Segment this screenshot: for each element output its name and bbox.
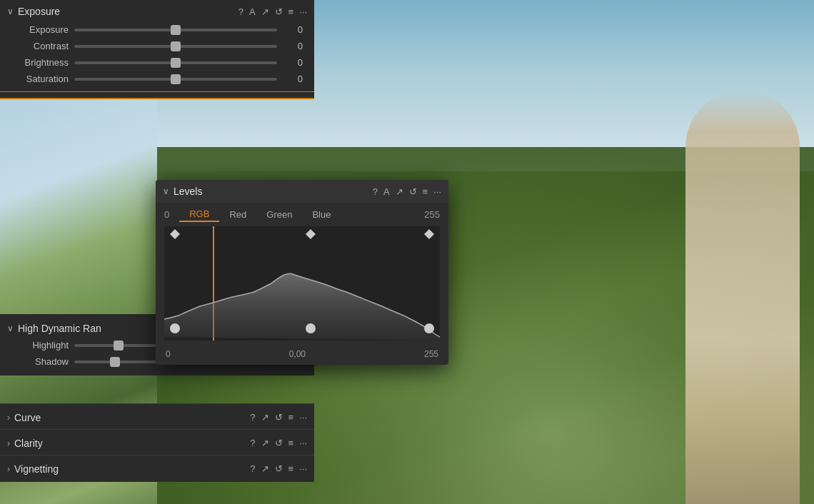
brightness-thumb[interactable] — [171, 58, 181, 68]
person-silhouette — [685, 90, 800, 504]
exposure-divider — [0, 91, 314, 92]
exposure-value: 0 — [283, 24, 303, 35]
levels-tab-red[interactable]: Red — [219, 208, 256, 221]
levels-header: ∨ Levels ? A ↗ ↺ ≡ ··· — [156, 180, 448, 203]
exposure-more-icon[interactable]: ··· — [299, 6, 307, 17]
hdr-chevron-icon[interactable]: ∨ — [7, 323, 14, 333]
levels-top-left-handle[interactable] — [170, 229, 180, 243]
saturation-value: 0 — [283, 74, 303, 84]
levels-more-icon[interactable]: ··· — [433, 186, 441, 197]
saturation-thumb[interactable] — [171, 74, 181, 84]
exposure-panel-header: ∨ Exposure ? A ↗ ↺ ≡ ··· — [0, 0, 314, 21]
levels-max-value: 255 — [424, 209, 440, 220]
levels-values-row: 0 0,00 255 — [156, 346, 448, 365]
curve-title: Curve — [14, 412, 246, 423]
levels-chevron-icon[interactable]: ∨ — [163, 186, 169, 196]
curve-help-icon[interactable]: ? — [250, 412, 255, 423]
exposure-label: Exposure — [11, 24, 69, 35]
levels-bottom-right-value: 255 — [424, 349, 438, 359]
contrast-value: 0 — [283, 41, 303, 51]
highlight-label: Highlight — [11, 340, 69, 351]
exposure-reset-icon[interactable]: ↺ — [275, 6, 283, 17]
levels-tab-blue[interactable]: Blue — [302, 208, 341, 221]
shadow-thumb[interactable] — [110, 357, 120, 367]
levels-bottom-mid-value: 0,00 — [289, 349, 306, 359]
clarity-help-icon[interactable]: ? — [250, 438, 255, 448]
curve-list-icon[interactable]: ≡ — [288, 412, 294, 423]
levels-list-icon[interactable]: ≡ — [423, 186, 428, 197]
clarity-reset-icon[interactable]: ↺ — [275, 438, 283, 448]
highlight-thumb[interactable] — [114, 341, 124, 351]
vignetting-title: Vignetting — [14, 463, 246, 475]
contrast-track[interactable] — [74, 45, 277, 48]
exposure-track[interactable] — [74, 29, 277, 31]
levels-bottom-mid-handle[interactable] — [306, 323, 316, 338]
levels-top-right-handle[interactable] — [424, 229, 434, 243]
hdr-panel-title: High Dynamic Ran — [18, 323, 101, 334]
levels-icons: ? A ↗ ↺ ≡ ··· — [373, 186, 441, 197]
levels-help-icon[interactable]: ? — [373, 186, 378, 197]
clarity-expand-icon[interactable]: ↗ — [261, 438, 269, 448]
saturation-label: Saturation — [11, 74, 69, 84]
levels-tab-green[interactable]: Green — [256, 208, 302, 221]
exposure-help-icon[interactable]: ? — [238, 6, 243, 17]
brightness-track[interactable] — [74, 61, 277, 64]
contrast-slider-row: Contrast 0 — [0, 38, 314, 54]
vignetting-expand-icon[interactable]: ↗ — [261, 463, 269, 474]
contrast-thumb[interactable] — [171, 41, 181, 51]
curve-panel: › Curve ? ↗ ↺ ≡ ··· — [0, 403, 314, 430]
clarity-list-icon[interactable]: ≡ — [288, 438, 294, 448]
levels-auto-icon[interactable]: A — [383, 186, 390, 197]
vignetting-reset-icon[interactable]: ↺ — [275, 463, 283, 474]
exposure-list-icon[interactable]: ≡ — [288, 6, 294, 17]
shadow-label: Shadow — [11, 356, 69, 367]
clarity-chevron-icon[interactable]: › — [7, 438, 10, 448]
exposure-panel-icons: ? A ↗ ↺ ≡ ··· — [238, 6, 307, 17]
levels-bottom-left-handle[interactable] — [170, 323, 180, 338]
levels-tab-rgb[interactable]: RGB — [179, 207, 219, 222]
levels-expand-icon[interactable]: ↗ — [396, 186, 403, 197]
exposure-chevron-icon[interactable]: ∨ — [7, 6, 14, 16]
brightness-label: Brightness — [11, 57, 69, 68]
vignetting-panel: › Vignetting ? ↗ ↺ ≡ ··· — [0, 455, 314, 482]
vignetting-chevron-icon[interactable]: › — [7, 464, 10, 474]
clarity-icons: ? ↗ ↺ ≡ ··· — [250, 438, 307, 448]
curve-chevron-icon[interactable]: › — [7, 413, 10, 423]
contrast-label: Contrast — [11, 41, 69, 51]
curve-reset-icon[interactable]: ↺ — [275, 412, 283, 423]
levels-min-value: 0 — [164, 209, 169, 220]
vignetting-help-icon[interactable]: ? — [250, 463, 255, 474]
exposure-expand-icon[interactable]: ↗ — [261, 6, 269, 17]
levels-bottom-left-value: 0 — [166, 349, 171, 359]
levels-bottom-right-handle[interactable] — [424, 323, 434, 338]
clarity-more-icon[interactable]: ··· — [299, 438, 307, 448]
exposure-slider-row: Exposure 0 — [0, 21, 314, 38]
curve-expand-icon[interactable]: ↗ — [261, 412, 269, 423]
brightness-slider-row: Brightness 0 — [0, 54, 314, 71]
saturation-track[interactable] — [74, 78, 277, 81]
saturation-slider-row: Saturation 0 — [0, 71, 314, 87]
clarity-panel: › Clarity ? ↗ ↺ ≡ ··· — [0, 429, 314, 456]
vignetting-icons: ? ↗ ↺ ≡ ··· — [250, 463, 307, 474]
exposure-auto-icon[interactable]: A — [249, 6, 256, 17]
levels-reset-icon[interactable]: ↺ — [409, 186, 417, 197]
brightness-value: 0 — [283, 57, 303, 68]
histogram-svg — [164, 226, 440, 341]
vignetting-more-icon[interactable]: ··· — [299, 463, 307, 474]
curve-more-icon[interactable]: ··· — [299, 412, 307, 423]
exposure-thumb[interactable] — [171, 25, 181, 35]
vignetting-list-icon[interactable]: ≡ — [288, 463, 294, 474]
levels-title: Levels — [174, 186, 368, 197]
curve-icons: ? ↗ ↺ ≡ ··· — [250, 412, 307, 423]
levels-panel: ∨ Levels ? A ↗ ↺ ≡ ··· 0 RGB Red Green B… — [156, 180, 448, 365]
levels-top-mid-handle[interactable] — [306, 229, 316, 243]
levels-tabs: 0 RGB Red Green Blue 255 — [156, 203, 448, 226]
clarity-title: Clarity — [14, 438, 246, 449]
exposure-panel: ∨ Exposure ? A ↗ ↺ ≡ ··· Exposure 0 Cont… — [0, 0, 314, 99]
histogram-container — [164, 226, 440, 341]
exposure-panel-title: Exposure — [18, 6, 234, 17]
